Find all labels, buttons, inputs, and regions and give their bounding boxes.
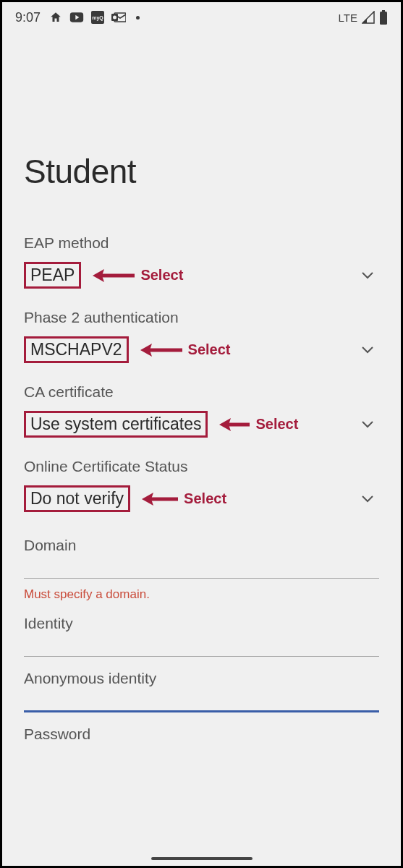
battery-icon [379,10,388,25]
eap-value: PEAP [24,262,81,289]
ca-field: CA certificate Use system certificates S… [24,383,379,441]
ca-annotation-text: Select [255,416,298,433]
status-time: 9:07 [15,10,41,25]
chevron-down-icon [362,493,373,506]
phase2-field: Phase 2 authentication MSCHAPV2 Select [24,309,379,366]
page-title: Student [24,152,379,191]
youtube-icon [69,11,84,24]
ocs-annotation-arrow: Select [140,490,226,508]
anon-field: Anonymous identity [24,670,379,712]
eap-method-field: EAP method PEAP Select [24,234,379,292]
anon-label: Anonymous identity [24,670,379,687]
phase2-annotation-arrow: Select [139,341,231,359]
ocs-dropdown[interactable]: Do not verify Select [24,482,379,515]
eap-label: EAP method [24,234,379,252]
anon-input[interactable] [24,710,379,712]
domain-input[interactable] [24,577,379,579]
phase2-value: MSCHAPV2 [24,336,129,363]
identity-input[interactable] [24,655,379,657]
phase2-label: Phase 2 authentication [24,309,379,326]
network-label: LTE [339,12,357,24]
ca-label: CA certificate [24,383,379,401]
ocs-annotation-text: Select [184,490,226,507]
domain-field: Domain Must specify a domain. [24,537,379,602]
eap-annotation-arrow: Select [91,267,183,284]
ca-annotation-arrow: Select [218,416,298,433]
svg-point-5 [113,16,116,20]
domain-label: Domain [24,537,379,554]
chevron-down-icon [362,418,373,431]
domain-error: Must specify a domain. [24,587,379,602]
svg-text:myQ: myQ [92,15,103,21]
ca-dropdown[interactable]: Use system certificates Select [24,408,379,441]
phase2-dropdown[interactable]: MSCHAPV2 Select [24,333,379,366]
outlook-icon [111,12,126,23]
chevron-down-icon [362,269,373,282]
password-label: Password [24,726,379,743]
status-left: 9:07 myQ [15,10,140,25]
identity-field: Identity [24,615,379,657]
home-indicator[interactable] [151,857,253,860]
signal-icon [362,11,375,24]
password-field: Password [24,726,379,743]
ca-value: Use system certificates [24,411,208,438]
ocs-field: Online Certificate Status Do not verify … [24,458,379,515]
ocs-label: Online Certificate Status [24,458,379,475]
more-notifications-dot [136,16,140,20]
ocs-value: Do not verify [24,485,130,512]
phase2-annotation-text: Select [188,341,231,358]
svg-rect-6 [382,10,385,12]
home-icon [49,11,62,24]
identity-label: Identity [24,615,379,632]
svg-rect-7 [380,12,387,25]
myq-icon: myQ [91,11,104,24]
eap-dropdown[interactable]: PEAP Select [24,259,379,292]
status-right: LTE [339,10,388,25]
chevron-down-icon [362,344,373,357]
status-bar: 9:07 myQ LTE [2,2,401,33]
eap-annotation-text: Select [140,267,183,284]
